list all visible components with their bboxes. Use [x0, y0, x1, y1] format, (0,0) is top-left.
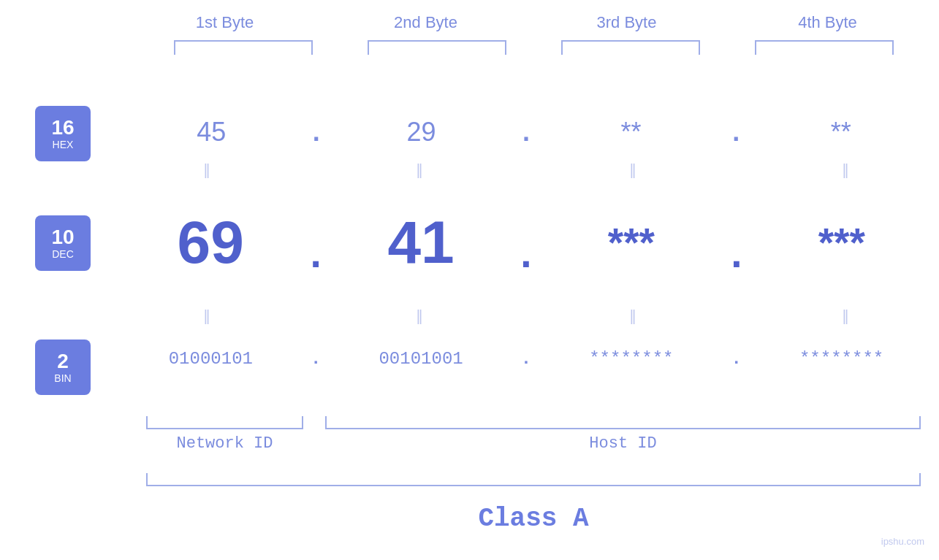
dec-b2: 41	[348, 208, 494, 277]
eq2-b2: ‖	[346, 307, 493, 324]
eq1-b1: ‖	[134, 161, 280, 178]
bin-dot2: .	[521, 349, 531, 369]
dec-badge: 10 DEC	[35, 215, 91, 271]
host-bracket	[325, 416, 921, 429]
eq2-b3: ‖	[560, 307, 706, 324]
hex-dot3: .	[732, 117, 740, 147]
bin-label: BIN	[54, 372, 71, 384]
bin-row: 01000101 . 00101001 . ******** . *******…	[124, 349, 928, 369]
hex-number: 16	[51, 117, 74, 139]
bin-dot3: .	[731, 349, 742, 369]
eq-row-1: ‖ ‖ ‖ ‖	[124, 161, 928, 178]
hex-b4: **	[768, 117, 914, 147]
full-bracket	[146, 473, 921, 486]
hex-b2: 29	[348, 117, 494, 147]
bracket-b1	[174, 40, 313, 55]
top-brackets	[146, 40, 921, 55]
dec-b3: ***	[558, 219, 704, 266]
byte1-label: 1st Byte	[145, 13, 305, 32]
dec-row: 69 . 41 . *** . ***	[124, 208, 928, 277]
eq-row-2: ‖ ‖ ‖ ‖	[124, 307, 928, 324]
watermark: ipshu.com	[881, 536, 924, 547]
bin-dot1: .	[311, 349, 321, 369]
hex-badge: 16 HEX	[35, 106, 91, 161]
eq2-b4: ‖	[772, 307, 919, 324]
hex-b1: 45	[138, 117, 284, 147]
bin-b2: 00101001	[348, 349, 494, 369]
hex-dot1: .	[313, 117, 320, 147]
eq1-b3: ‖	[560, 161, 706, 178]
dec-dot2: .	[520, 230, 531, 277]
eq1-b2: ‖	[346, 161, 493, 178]
hex-label: HEX	[53, 139, 74, 150]
dec-dot1: .	[310, 230, 321, 277]
bin-number: 2	[57, 350, 69, 373]
network-bracket	[146, 416, 303, 429]
main-layout: 1st Byte 2nd Byte 3rd Byte 4th Byte 16 H…	[0, 0, 939, 560]
hex-dot2: .	[522, 117, 530, 147]
eq1-b4: ‖	[772, 161, 919, 178]
id-labels: Network ID Host ID	[146, 434, 921, 453]
bracket-b4	[755, 40, 894, 55]
hex-row: 45 . 29 . ** . **	[124, 117, 928, 147]
bottom-brackets	[146, 416, 921, 429]
bin-badge: 2 BIN	[35, 340, 91, 395]
byte3-label: 3rd Byte	[547, 13, 707, 32]
eq2-b1: ‖	[134, 307, 280, 324]
bin-b3: ********	[558, 349, 704, 369]
byte2-label: 2nd Byte	[346, 13, 506, 32]
bin-b4: ********	[769, 349, 915, 369]
dec-b1: 69	[137, 208, 284, 277]
host-id-label: Host ID	[325, 434, 921, 453]
bracket-b3	[561, 40, 700, 55]
byte-headers: 1st Byte 2nd Byte 3rd Byte 4th Byte	[124, 13, 928, 32]
bracket-b2	[368, 40, 506, 55]
dec-b4: ***	[769, 219, 915, 266]
byte4-label: 4th Byte	[748, 13, 908, 32]
hex-b3: **	[558, 117, 704, 147]
network-id-label: Network ID	[146, 434, 303, 453]
dec-label: DEC	[52, 248, 74, 260]
bin-b1: 01000101	[137, 349, 284, 369]
dec-number: 10	[51, 226, 74, 249]
class-label: Class A	[146, 504, 921, 534]
dec-dot3: .	[731, 230, 742, 277]
